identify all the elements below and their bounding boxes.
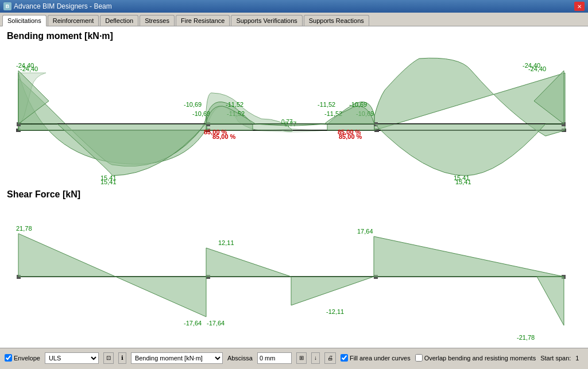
svg-text:-24,40: -24,40	[523, 62, 540, 69]
overlap-label[interactable]: Overlap bending and resisting moments	[415, 354, 536, 362]
tab-reinforcement[interactable]: Reinforcement	[48, 15, 99, 26]
svg-text:17,64: 17,64	[357, 228, 373, 235]
app-icon: B	[3, 2, 11, 10]
fill-area-label[interactable]: Fill area under curves	[341, 354, 411, 362]
start-span-value: 1	[575, 355, 579, 362]
start-span-label: Start span:	[540, 355, 571, 362]
shear-force-title: Shear Force [kN]	[0, 187, 588, 202]
envelope-info-btn[interactable]: ℹ	[118, 352, 126, 364]
tab-supports-verifications[interactable]: Supports Verifications	[231, 15, 302, 26]
svg-marker-21	[18, 71, 49, 124]
envelope-dropdown[interactable]: ULS SLS Characteristic	[45, 352, 99, 364]
abscissa-label: Abscissa	[227, 355, 253, 362]
shear-force-diagram: 21,78 12,11 17,64 -17,64 -17,64 -12,11 -…	[0, 202, 582, 348]
svg-text:12,11: 12,11	[218, 239, 234, 246]
window-title: Advance BIM Designers - Beam	[14, 2, 112, 10]
svg-marker-39	[18, 234, 206, 317]
svg-text:-10,69: -10,69	[184, 101, 202, 108]
svg-text:-11,52: -11,52	[226, 101, 243, 108]
close-button[interactable]: ✕	[574, 2, 585, 11]
svg-text:85,00 %: 85,00 %	[204, 129, 227, 135]
envelope-checkbox[interactable]	[5, 354, 12, 362]
svg-text:-10,69: -10,69	[349, 101, 367, 108]
svg-text:85,00 %: 85,00 %	[338, 129, 361, 135]
svg-marker-41	[291, 277, 374, 305]
svg-marker-22	[534, 71, 564, 124]
envelope-checkbox-label[interactable]: Envelope	[5, 354, 40, 362]
zoom-fit-btn[interactable]: ⊞	[296, 352, 307, 364]
svg-marker-42	[374, 236, 564, 277]
fill-area-checkbox[interactable]	[341, 354, 348, 362]
diagram-dropdown[interactable]: Bending moment [kN·m] Shear Force [kN] N…	[131, 352, 223, 364]
svg-text:-12,11: -12,11	[326, 308, 344, 315]
print-btn[interactable]: 🖨	[324, 352, 336, 364]
svg-text:-11,52: -11,52	[318, 101, 335, 108]
abscissa-input[interactable]	[257, 352, 292, 364]
tabs-bar: Solicitations Reinforcement Deflection S…	[0, 13, 588, 26]
svg-marker-43	[537, 277, 564, 325]
bending-moment-title: Bending moment [kN·m]	[0, 26, 588, 41]
title-bar: B Advance BIM Designers - Beam ✕	[0, 0, 588, 13]
download-btn[interactable]: ↓	[311, 352, 320, 364]
tab-solicitations[interactable]: Solicitations	[2, 15, 47, 26]
envelope-label: Envelope	[14, 355, 40, 362]
svg-text:15,41: 15,41	[455, 178, 471, 185]
fill-area-text: Fill area under curves	[350, 355, 411, 362]
main-content: Bending moment [kN·m]	[0, 26, 588, 348]
svg-text:-24,40: -24,40	[16, 62, 34, 69]
tab-fire-resistance[interactable]: Fire Resistance	[176, 15, 230, 26]
overlap-text: Overlap bending and resisting moments	[424, 355, 536, 362]
envelope-copy-btn[interactable]: ⊡	[103, 352, 114, 364]
svg-text:-21,78: -21,78	[517, 334, 535, 341]
tab-deflection[interactable]: Deflection	[100, 15, 138, 26]
svg-text:-17,64: -17,64	[184, 320, 202, 327]
tab-stresses[interactable]: Stresses	[140, 15, 175, 26]
svg-text:15,41: 15,41	[100, 178, 117, 185]
tab-supports-reactions[interactable]: Supports Reactions	[304, 15, 369, 26]
svg-marker-40	[206, 248, 291, 277]
svg-text:0,77: 0,77	[281, 119, 293, 125]
overlap-checkbox[interactable]	[415, 354, 423, 362]
shear-force-section: Shear Force [kN]	[0, 187, 588, 348]
svg-text:21,78: 21,78	[16, 225, 32, 232]
bottom-bar: Envelope ULS SLS Characteristic ⊡ ℹ Bend…	[0, 348, 588, 369]
svg-text:-17,64: -17,64	[207, 320, 225, 327]
bending-moment-diagram: -24,40 -24,40 -10,69 -11,52 -11,52 -10,6…	[0, 44, 582, 187]
